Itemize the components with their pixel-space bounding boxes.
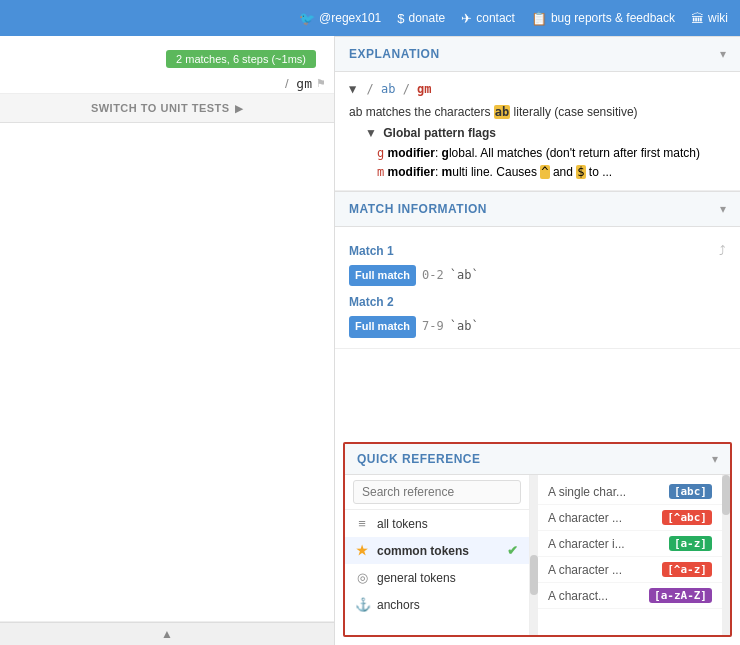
nav-twitter-label: @regex101 xyxy=(319,11,381,25)
exp-g-text: modifier: global. All matches (don't ret… xyxy=(388,146,700,160)
quick-ref-right: A single char... [abc] A character ... [… xyxy=(538,475,722,635)
qr-token-abc-badge: [abc] xyxy=(669,484,712,499)
exp-caret-symbol: ^ xyxy=(540,165,549,179)
share-icon[interactable]: ⤴ xyxy=(719,239,726,262)
nav-contact-label: contact xyxy=(476,11,515,25)
match-2-value: `ab` xyxy=(450,316,479,338)
scroll-bottom-button[interactable]: ▲ xyxy=(0,622,334,645)
exp-m-and: and xyxy=(553,165,576,179)
quick-ref-item-common[interactable]: ★ common tokens ✔ xyxy=(345,537,529,564)
scroll-up-icon: ▲ xyxy=(161,627,173,641)
quick-ref-collapse-icon[interactable]: ▾ xyxy=(712,452,718,466)
qr-token-az-badge: [a-z] xyxy=(669,536,712,551)
qr-token-naz-desc: A character ... xyxy=(548,563,622,577)
match-info-header: MATCH INFORMATION ▾ xyxy=(335,191,740,227)
exp-flags: gm xyxy=(417,82,431,96)
explanation-title: EXPLANATION xyxy=(349,47,440,61)
match-info-collapse-icon[interactable]: ▾ xyxy=(720,202,726,216)
match-1-row: Full match 0-2 `ab` xyxy=(349,265,726,287)
match-1-value: `ab` xyxy=(450,265,479,287)
exp-slash-end: / xyxy=(403,82,410,96)
right-scroll-track[interactable] xyxy=(722,475,730,635)
nav-wiki[interactable]: 🏛 wiki xyxy=(691,11,728,26)
exp-text-2: literally (case sensitive) xyxy=(514,105,638,119)
all-tokens-label: all tokens xyxy=(377,517,519,531)
quick-ref-header: QUICK REFERENCE ▾ xyxy=(345,444,730,475)
qr-token-abc[interactable]: A single char... [abc] xyxy=(538,479,722,505)
qr-token-nabc[interactable]: A character ... [^abc] xyxy=(538,505,722,531)
general-tokens-label: general tokens xyxy=(377,571,519,585)
left-scroll-track[interactable] xyxy=(530,475,538,635)
spacer xyxy=(335,349,740,434)
nav-bug-label: bug reports & feedback xyxy=(551,11,675,25)
exp-triangle-2: ▼ xyxy=(365,126,377,140)
match-info-body: ⤴ Match 1 Full match 0-2 `ab` Match 2 Fu… xyxy=(335,227,740,349)
nav-contact[interactable]: ✈ contact xyxy=(461,11,515,26)
quick-ref-item-general[interactable]: ◎ general tokens xyxy=(345,564,529,591)
wiki-icon: 🏛 xyxy=(691,11,704,26)
main-layout: 2 matches, 6 steps (~1ms) / gm ⚑ SWITCH … xyxy=(0,36,740,645)
exp-slash-start: / xyxy=(366,82,373,96)
regex-display: / gm ⚑ xyxy=(0,74,334,94)
explanation-header: EXPLANATION ▾ xyxy=(335,36,740,72)
quick-ref-item-all[interactable]: ≡ all tokens xyxy=(345,510,529,537)
quick-ref-search-area xyxy=(345,475,529,510)
qr-token-azaz-badge: [a-zA-Z] xyxy=(649,588,712,603)
test-input[interactable] xyxy=(0,123,334,622)
exp-dollar-symbol: $ xyxy=(576,165,585,179)
match-1-range: 0-2 xyxy=(422,265,444,287)
match-2-badge: Full match xyxy=(349,316,416,338)
qr-token-az-desc: A character i... xyxy=(548,537,625,551)
arrow-right-icon: ▶ xyxy=(235,103,244,114)
match-badge: 2 matches, 6 steps (~1ms) xyxy=(166,50,316,68)
exp-path: ▼ / ab / gm xyxy=(349,80,726,99)
qr-token-nabc-badge: [^abc] xyxy=(662,510,712,525)
switch-unit-tests-label: SWITCH TO UNIT TESTS xyxy=(91,102,230,114)
twitter-icon: 🐦 xyxy=(299,11,315,26)
search-reference-input[interactable] xyxy=(353,480,521,504)
exp-m-keyword: m xyxy=(377,165,384,179)
common-tokens-label: common tokens xyxy=(377,544,497,558)
qr-token-azaz[interactable]: A charact... [a-zA-Z] xyxy=(538,583,722,609)
explanation-collapse-icon[interactable]: ▾ xyxy=(720,47,726,61)
dollar-icon: $ xyxy=(397,11,404,26)
top-nav: 🐦 @regex101 $ donate ✈ contact 📋 bug rep… xyxy=(0,0,740,36)
exp-line-1: ab matches the characters ab literally (… xyxy=(349,103,726,122)
exp-highlight-ab: ab xyxy=(494,105,510,119)
exp-m-modifier: m modifier: multi line. Causes ^ and $ t… xyxy=(377,163,726,182)
exp-g-modifier: g modifier: global. All matches (don't r… xyxy=(377,144,726,163)
switch-unit-tests-button[interactable]: SWITCH TO UNIT TESTS ▶ xyxy=(0,94,334,123)
nav-donate[interactable]: $ donate xyxy=(397,11,445,26)
match-2-row: Full match 7-9 `ab` xyxy=(349,316,726,338)
exp-global-flags-label: ▼ Global pattern flags xyxy=(365,124,726,143)
triangle-icon: ▼ xyxy=(349,82,356,96)
regex-flags: gm xyxy=(289,76,312,91)
nav-twitter[interactable]: 🐦 @regex101 xyxy=(299,11,381,26)
right-scroll-thumb xyxy=(722,475,730,515)
exp-text-1: ab matches the characters xyxy=(349,105,494,119)
quick-ref-body: ≡ all tokens ★ common tokens ✔ ◎ general… xyxy=(345,475,730,635)
exp-m-tail: to ... xyxy=(589,165,612,179)
qr-token-naz[interactable]: A character ... [^a-z] xyxy=(538,557,722,583)
qr-token-naz-badge: [^a-z] xyxy=(662,562,712,577)
exp-pattern: ab xyxy=(381,82,403,96)
nav-wiki-label: wiki xyxy=(708,11,728,25)
nav-bug[interactable]: 📋 bug reports & feedback xyxy=(531,11,675,26)
exp-m-text: modifier: multi line. Causes xyxy=(388,165,537,179)
anchors-icon: ⚓ xyxy=(355,597,369,612)
exp-global-text: Global pattern flags xyxy=(383,126,496,140)
exp-g-keyword: g xyxy=(377,146,384,160)
quick-ref-title: QUICK REFERENCE xyxy=(357,452,481,466)
left-panel: 2 matches, 6 steps (~1ms) / gm ⚑ SWITCH … xyxy=(0,36,335,645)
quick-ref-item-anchors[interactable]: ⚓ anchors xyxy=(345,591,529,618)
quick-reference-wrapper: QUICK REFERENCE ▾ ≡ all tokens ★ xyxy=(343,442,732,637)
explanation-body: ▼ / ab / gm ab matches the characters ab… xyxy=(335,72,740,191)
left-scroll-thumb xyxy=(530,555,538,595)
common-tokens-icon: ★ xyxy=(355,543,369,558)
qr-token-azaz-desc: A charact... xyxy=(548,589,608,603)
anchors-label: anchors xyxy=(377,598,519,612)
qr-token-abc-desc: A single char... xyxy=(548,485,626,499)
qr-token-az[interactable]: A character i... [a-z] xyxy=(538,531,722,557)
match-1-label: Match 1 xyxy=(349,241,726,263)
right-panel: EXPLANATION ▾ ▼ / ab / gm ab matches the… xyxy=(335,36,740,645)
